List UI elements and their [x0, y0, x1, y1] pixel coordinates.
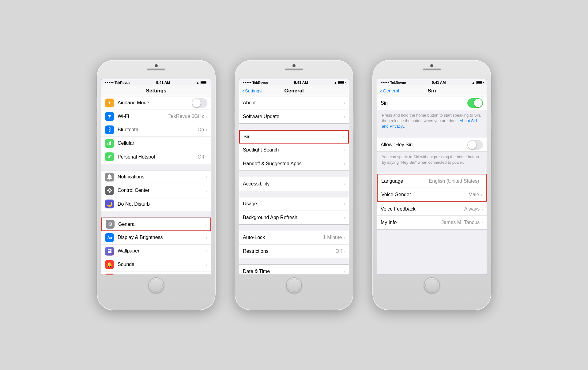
- screen-1: ●●●●● TekRevue 9:41 AM ▲ Settings ✈ Airp…: [101, 79, 211, 275]
- phone-top: [99, 64, 213, 77]
- autolock-label: Auto-Lock: [243, 235, 323, 240]
- status-bar: ●●●●● TekRevue 9:41 AM ▲: [101, 79, 211, 85]
- row-general[interactable]: ⚙ General ›: [101, 218, 211, 231]
- row-do-not-disturb[interactable]: 🌙 Do Not Disturb ›: [101, 197, 211, 211]
- back-button-2[interactable]: ‹ Settings: [242, 88, 262, 94]
- usage-label: Usage: [243, 201, 344, 207]
- row-about[interactable]: About ›: [239, 96, 349, 110]
- row-accessibility[interactable]: Accessibility ›: [239, 177, 349, 191]
- my-info-label: My Info: [381, 220, 441, 225]
- handoff-label: Handoff & Suggested Apps: [243, 161, 344, 166]
- home-inner-1: [150, 279, 163, 292]
- row-hotspot[interactable]: Personal Hotspot Off ›: [101, 150, 211, 164]
- row-wallpaper[interactable]: Wallpaper ›: [101, 245, 211, 258]
- battery-3: [476, 81, 483, 84]
- hey-siri-toggle[interactable]: [467, 140, 483, 150]
- settings-list-2: About › Software Update › Siri › Spotlig…: [239, 96, 349, 275]
- row-datetime[interactable]: Date & Time ›: [239, 265, 349, 275]
- wallpaper-icon: [105, 247, 114, 256]
- row-language[interactable]: Language English (United States) ›: [378, 174, 486, 188]
- signal-dots-2: ●●●●●: [243, 81, 252, 84]
- row-my-info[interactable]: My Info James M. Tanous ›: [377, 216, 487, 229]
- status-bar-2: ●●●●● TekRevue 9:41 AM ▲: [239, 79, 349, 85]
- row-siri-toggle[interactable]: Siri: [377, 96, 487, 110]
- home-button-1[interactable]: [148, 277, 164, 293]
- phone-1: ●●●●● TekRevue 9:41 AM ▲ Settings ✈ Airp…: [96, 60, 216, 311]
- row-hey-siri[interactable]: Allow "Hey Siri": [377, 138, 487, 151]
- row-touchid[interactable]: Touch ID & Passcode ›: [101, 271, 211, 275]
- screen-3: ●●●●● TekRevue 9:41 AM ▲ ‹ General Siri …: [377, 79, 487, 275]
- language-value: English (United States): [429, 178, 479, 184]
- siri-toggle-label: Siri: [381, 100, 467, 106]
- notifications-icon: [105, 173, 114, 181]
- battery-2: [338, 81, 345, 84]
- home-button-2[interactable]: [286, 277, 302, 293]
- group-siri-toggle: Siri: [377, 96, 487, 110]
- spotlight-chevron: ›: [344, 148, 345, 152]
- row-usage[interactable]: Usage ›: [239, 197, 349, 211]
- about-label: About: [243, 100, 344, 106]
- vol-up-button-3[interactable]: [371, 112, 372, 123]
- group-device: ⚙ General › Aa Display & Brightness › Wa…: [101, 217, 211, 275]
- row-spotlight[interactable]: Spotlight Search ›: [239, 144, 349, 157]
- sounds-label: Sounds: [118, 262, 206, 267]
- row-notifications[interactable]: Notifications ›: [101, 170, 211, 184]
- language-label: Language: [381, 178, 429, 184]
- row-control-center[interactable]: Control Center ›: [101, 184, 211, 197]
- datetime-chevron: ›: [344, 269, 345, 274]
- row-voice-feedback[interactable]: Voice Feedback Always ›: [377, 202, 487, 216]
- row-background-refresh[interactable]: Background App Refresh ›: [239, 211, 349, 224]
- settings-list-1: ✈ Airplane Mode Wi-Fi TekRevue 5GHz ›: [101, 96, 211, 275]
- row-bluetooth[interactable]: ᛒ Bluetooth On ›: [101, 123, 211, 137]
- status-left: ●●●●● TekRevue: [105, 81, 130, 84]
- vol-down-button[interactable]: [96, 126, 97, 136]
- nav-title-2: General: [284, 88, 303, 94]
- restrictions-label: Restrictions: [243, 249, 335, 254]
- control-center-icon: [105, 186, 114, 195]
- autolock-chevron: ›: [344, 235, 345, 240]
- group-language-voice: Language English (United States) › Voice…: [377, 174, 487, 202]
- camera-icon-2: [292, 64, 296, 67]
- software-label: Software Update: [243, 114, 344, 119]
- row-cellular[interactable]: Cellular ›: [101, 137, 211, 150]
- restrictions-chevron: ›: [344, 249, 345, 254]
- software-chevron: ›: [344, 114, 345, 119]
- svg-rect-2: [110, 141, 111, 145]
- airplane-toggle[interactable]: [192, 98, 207, 108]
- vol-up-button-2[interactable]: [233, 112, 235, 123]
- row-software-update[interactable]: Software Update ›: [239, 110, 349, 123]
- settings-list-3: Siri Press and hold the home button to s…: [377, 96, 487, 275]
- nav-bar-3: ‹ General Siri: [377, 85, 487, 96]
- power-button-3[interactable]: [491, 114, 492, 130]
- siri-toggle[interactable]: [467, 98, 483, 108]
- home-button-3[interactable]: [424, 277, 440, 293]
- row-restrictions[interactable]: Restrictions Off ›: [239, 245, 349, 258]
- datetime-label: Date & Time: [243, 269, 344, 274]
- back-button-3[interactable]: ‹ General: [380, 88, 399, 94]
- row-voice-gender[interactable]: Voice Gender Male ›: [378, 188, 486, 201]
- spacer-g5: [239, 258, 349, 264]
- camera-icon: [155, 64, 158, 67]
- row-siri-general[interactable]: Siri ›: [239, 130, 349, 144]
- voice-feedback-chevron: ›: [481, 207, 483, 211]
- speaker-icon-2: [285, 69, 303, 70]
- vol-up-button[interactable]: [96, 112, 97, 123]
- group-datetime: Date & Time ›: [239, 264, 349, 275]
- handoff-chevron: ›: [344, 161, 345, 166]
- vol-down-button-2[interactable]: [233, 126, 235, 136]
- bluetooth-chevron: ›: [206, 127, 207, 132]
- vol-down-button-3[interactable]: [371, 126, 372, 136]
- wifi-label: Wi-Fi: [118, 114, 168, 119]
- sounds-chevron: ›: [206, 262, 207, 267]
- row-sounds[interactable]: 🔔 Sounds ›: [101, 258, 211, 271]
- back-label-2: Settings: [245, 88, 262, 93]
- power-button-2[interactable]: [353, 114, 355, 130]
- row-display[interactable]: Aa Display & Brightness ›: [101, 231, 211, 245]
- airplane-icon: ✈: [105, 99, 114, 107]
- my-info-value: James M. Tanous: [441, 220, 480, 225]
- power-button[interactable]: [216, 114, 217, 130]
- row-handoff[interactable]: Handoff & Suggested Apps ›: [239, 157, 349, 170]
- row-airplane-mode[interactable]: ✈ Airplane Mode: [101, 96, 211, 110]
- row-autolock[interactable]: Auto-Lock 1 Minute ›: [239, 231, 349, 245]
- row-wifi[interactable]: Wi-Fi TekRevue 5GHz ›: [101, 110, 211, 123]
